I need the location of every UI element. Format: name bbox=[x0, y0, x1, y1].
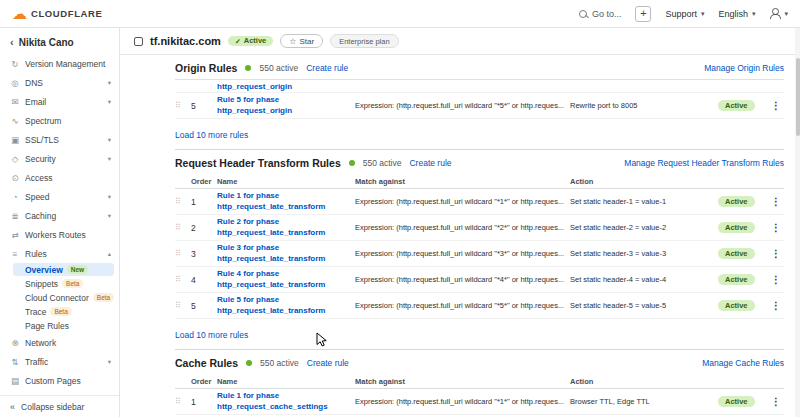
create-rule-link[interactable]: Create rule bbox=[306, 63, 348, 73]
drag-handle-icon[interactable]: ⠿ bbox=[175, 249, 191, 258]
rule-order: 4 bbox=[191, 275, 217, 285]
rule-name-link[interactable]: Rule 3 for phase http_request_late_trans… bbox=[217, 243, 355, 264]
rule-name-link[interactable]: Rule 1 for phase http_request_cache_sett… bbox=[217, 391, 355, 412]
drag-handle-icon[interactable]: ⠿ bbox=[175, 275, 191, 284]
cloudflare-wordmark: CLOUDFLARE bbox=[31, 8, 102, 19]
check-icon: ✓ bbox=[235, 38, 241, 45]
rule-action: Rewrite port to 8005 bbox=[570, 101, 718, 110]
create-rule-link[interactable]: Create rule bbox=[307, 358, 349, 368]
add-button[interactable]: + bbox=[635, 6, 651, 22]
global-search[interactable]: Go to... bbox=[579, 9, 622, 19]
support-label: Support bbox=[665, 9, 697, 19]
rule-name-link[interactable]: Rule 4 for phase http_request_late_trans… bbox=[217, 269, 355, 290]
account-menu[interactable]: ▾ bbox=[769, 8, 788, 19]
kebab-menu-icon[interactable]: ⋮ bbox=[768, 274, 784, 285]
chevron-down-icon: ▾ bbox=[752, 10, 756, 18]
collapse-sidebar-button[interactable]: « Collapse sidebar bbox=[0, 395, 119, 417]
rule-expression: Expression: (http.request.full_uri wildc… bbox=[355, 101, 570, 110]
chevron-down-icon: ▾ bbox=[108, 212, 111, 220]
sidebar-item-version-management[interactable]: ↻ Version Management bbox=[0, 54, 119, 73]
kebab-menu-icon[interactable]: ⋮ bbox=[768, 222, 784, 233]
sidebar-item-overview[interactable]: Overview New bbox=[13, 263, 114, 276]
kebab-menu-icon[interactable]: ⋮ bbox=[768, 300, 784, 311]
load-more-rules-link[interactable]: Load 10 more rules bbox=[175, 130, 248, 140]
user-icon bbox=[769, 8, 780, 19]
sidebar: ‹ Nikita Cano ↻ Version Management ◎ DNS… bbox=[0, 28, 120, 417]
network-icon: ⊛ bbox=[10, 338, 20, 348]
rule-name-link[interactable]: Rule 5 for phase http_request_late_trans… bbox=[217, 295, 355, 316]
plan-badge: Enterprise plan bbox=[330, 34, 398, 48]
manage-rht-rules-link[interactable]: Manage Request Header Transform Rules bbox=[624, 158, 784, 168]
sidebar-item-rules[interactable]: ≡ Rules ▴ bbox=[0, 244, 119, 263]
site-header: tf.nikitac.com ✓ Active ☆ Star Enterpris… bbox=[120, 28, 800, 55]
chevron-down-icon: ▾ bbox=[784, 10, 788, 18]
sidebar-item-ssl-tls[interactable]: ▣ SSL/TLS ▾ bbox=[0, 130, 119, 149]
active-count: 550 active bbox=[259, 63, 298, 73]
active-count: 550 active bbox=[260, 358, 299, 368]
workers-routes-icon: ⇄ bbox=[10, 230, 20, 240]
speed-icon: ◔ bbox=[10, 192, 20, 202]
account-name[interactable]: ‹ Nikita Cano bbox=[0, 28, 119, 54]
kebab-menu-icon[interactable]: ⋮ bbox=[768, 248, 784, 259]
rule-order: 1 bbox=[191, 197, 217, 207]
scrollbar[interactable] bbox=[795, 28, 800, 417]
load-more-rules-link[interactable]: Load 10 more rules bbox=[175, 330, 248, 340]
rule-name-link[interactable]: Rule 1 for phase http_request_late_trans… bbox=[217, 191, 355, 212]
drag-handle-icon[interactable]: ⠿ bbox=[175, 301, 191, 310]
language-menu[interactable]: English ▾ bbox=[718, 9, 755, 19]
sidebar-item-network[interactable]: ⊛ Network bbox=[0, 333, 119, 352]
sidebar-item-page-rules[interactable]: Page Rules bbox=[13, 319, 114, 332]
kebab-menu-icon[interactable]: ⋮ bbox=[768, 396, 784, 407]
scrollbar-thumb[interactable] bbox=[796, 58, 800, 136]
rule-expression: Expression: (http.request.full_uri wildc… bbox=[355, 197, 570, 206]
sidebar-item-trace[interactable]: Trace Beta bbox=[13, 305, 114, 318]
kebab-menu-icon[interactable]: ⋮ bbox=[768, 100, 784, 111]
sidebar-item-traffic[interactable]: ⇅ Traffic ▾ bbox=[0, 352, 119, 371]
rule-action: Set static header-5 = value-5 bbox=[570, 301, 718, 310]
sidebar-item-speed[interactable]: ◔ Speed ▾ bbox=[0, 187, 119, 206]
cloudflare-cloud-icon: ☁ bbox=[12, 6, 27, 21]
email-icon: ✉ bbox=[10, 97, 20, 107]
sidebar-item-security[interactable]: ◇ Security ▾ bbox=[0, 149, 119, 168]
sidebar-item-dns[interactable]: ◎ DNS ▾ bbox=[0, 73, 119, 92]
sidebar-item-email[interactable]: ✉ Email ▾ bbox=[0, 92, 119, 111]
rule-action: Set static header-2 = value-2 bbox=[570, 223, 718, 232]
status-badge: Active bbox=[718, 196, 755, 207]
create-rule-link[interactable]: Create rule bbox=[409, 158, 451, 168]
rule-expression: Expression: (http.request.full_uri wildc… bbox=[355, 249, 570, 258]
dns-icon: ◎ bbox=[10, 78, 20, 88]
section-title: Request Header Transform Rules bbox=[175, 157, 341, 169]
sidebar-item-custom-pages[interactable]: ▤ Custom Pages bbox=[0, 371, 119, 390]
rule-name-link[interactable]: Rule 5 for phase http_request_origin bbox=[217, 95, 355, 116]
chevron-down-icon: ▾ bbox=[108, 98, 111, 106]
site-status-badge: ✓ Active bbox=[228, 36, 273, 47]
cache-rules-section-header: Cache Rules 550 active Create rule Manag… bbox=[175, 350, 784, 374]
star-button[interactable]: ☆ Star bbox=[280, 34, 323, 48]
sidebar-item-workers-routes[interactable]: ⇄ Workers Routes bbox=[0, 225, 119, 244]
beta-badge: Beta bbox=[50, 307, 71, 316]
rule-name-link[interactable]: http_request_origin bbox=[217, 80, 355, 93]
sidebar-item-spectrum[interactable]: ∿ Spectrum bbox=[0, 111, 119, 130]
status-badge: Active bbox=[718, 248, 755, 259]
rule-name-link[interactable]: Rule 2 for phase http_request_late_trans… bbox=[217, 217, 355, 238]
drag-handle-icon[interactable]: ⠿ bbox=[175, 101, 191, 110]
drag-handle-icon[interactable]: ⠿ bbox=[175, 197, 191, 206]
chevron-up-icon: ▴ bbox=[108, 250, 111, 258]
rule-order: 5 bbox=[191, 101, 217, 111]
manage-cache-rules-link[interactable]: Manage Cache Rules bbox=[702, 358, 784, 368]
sidebar-item-cloud-connector[interactable]: Cloud Connector Beta bbox=[13, 291, 114, 304]
column-name: Name bbox=[217, 377, 355, 386]
manage-origin-rules-link[interactable]: Manage Origin Rules bbox=[704, 63, 784, 73]
sidebar-item-caching[interactable]: ≣ Caching ▾ bbox=[0, 206, 119, 225]
active-dot-icon bbox=[349, 160, 355, 166]
kebab-menu-icon[interactable]: ⋮ bbox=[768, 196, 784, 207]
security-icon: ◇ bbox=[10, 154, 20, 164]
support-menu[interactable]: Support ▾ bbox=[665, 9, 704, 19]
column-order: Order bbox=[191, 177, 217, 186]
sidebar-item-snippets[interactable]: Snippets Beta bbox=[13, 277, 114, 290]
drag-handle-icon[interactable]: ⠿ bbox=[175, 397, 191, 406]
cloudflare-logo[interactable]: ☁ CLOUDFLARE bbox=[12, 6, 102, 21]
drag-handle-icon[interactable]: ⠿ bbox=[175, 223, 191, 232]
sidebar-item-access[interactable]: ⊙ Access bbox=[0, 168, 119, 187]
beta-badge: Beta bbox=[93, 293, 114, 302]
